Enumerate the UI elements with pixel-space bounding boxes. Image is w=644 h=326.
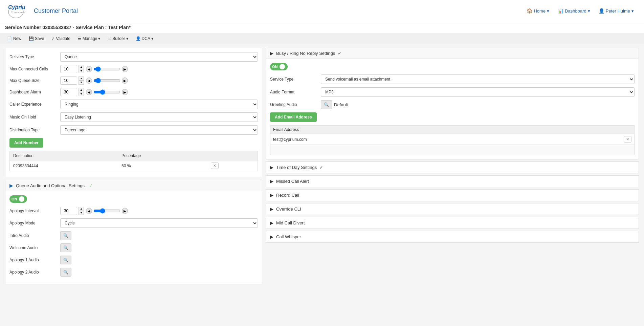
email-table-row: test@cyprium.com ✕ xyxy=(270,134,635,145)
max-queue-size-slider-left[interactable]: ◀ xyxy=(86,78,92,84)
intro-audio-control: 🔍 xyxy=(60,231,258,240)
intro-audio-search-button[interactable]: 🔍 xyxy=(60,231,71,240)
music-on-hold-select[interactable]: Easy Listening Custom None xyxy=(60,112,258,122)
validate-button[interactable]: ✓ Validate xyxy=(49,35,72,42)
greeting-audio-search-button[interactable]: 🔍 xyxy=(321,100,332,109)
email-table-container: Email Address test@cyprium.com ✕ xyxy=(270,125,635,155)
override-cli-title: Override CLI xyxy=(276,207,301,212)
home-nav-button[interactable]: 🏠 Home ▾ xyxy=(523,6,553,15)
welcome-audio-search-button[interactable]: 🔍 xyxy=(60,243,71,252)
apology-mode-select[interactable]: Cycle Once Repeat xyxy=(60,218,258,228)
distribution-type-select[interactable]: Percentage Round Robin Priority xyxy=(60,125,258,135)
apology-interval-control: ▲ ▼ ◀ ▶ xyxy=(60,207,258,215)
percentage-cell: 50 % xyxy=(118,160,207,171)
intro-audio-label: Intro Audio xyxy=(9,233,60,238)
max-connected-calls-slider[interactable] xyxy=(93,66,120,72)
apology-interval-slider-left[interactable]: ◀ xyxy=(86,208,92,214)
delivery-type-body: Delivery Type Queue Direct Hunt Max Conn… xyxy=(5,48,262,177)
apology-interval-down[interactable]: ▼ xyxy=(79,211,84,215)
queue-audio-section: ▶ Queue Audio and Optional Settings ✓ ON… xyxy=(5,180,262,284)
apology1-audio-search-button[interactable]: 🔍 xyxy=(60,256,71,264)
audio-format-select[interactable]: MP3 WAV xyxy=(321,87,635,97)
caller-experience-select[interactable]: Ringing Music Voicemail xyxy=(60,100,258,109)
dashboard-nav-button[interactable]: 📊 Dashboard ▾ xyxy=(554,6,594,15)
distribution-type-control: Percentage Round Robin Priority xyxy=(60,125,258,135)
greeting-audio-control: 🔍 Default xyxy=(321,100,635,109)
dashboard-alarm-input[interactable] xyxy=(60,88,77,96)
remove-destination-button[interactable]: ✕ xyxy=(211,162,219,169)
apology2-audio-search-button[interactable]: 🔍 xyxy=(60,268,71,277)
email-cell: test@cyprium.com xyxy=(270,134,621,145)
max-connected-calls-input[interactable] xyxy=(60,65,77,73)
manage-button[interactable]: ☰ Manage ▾ xyxy=(76,35,102,42)
apology2-audio-row: Apology 2 Audio 🔍 xyxy=(9,268,258,277)
override-cli-section[interactable]: ▶ Override CLI xyxy=(266,203,639,215)
service-type-select[interactable]: Send voicemail as email attachment Redir… xyxy=(321,74,635,84)
busy-ring-toggle-wrap: ON xyxy=(270,63,635,70)
caller-experience-label: Caller Experience xyxy=(9,102,60,107)
delivery-type-section: Delivery Type Queue Direct Hunt Max Conn… xyxy=(5,48,262,177)
max-queue-size-input-group: ▲ ▼ xyxy=(60,77,84,85)
validate-label: Validate xyxy=(56,36,70,41)
max-queue-size-slider[interactable] xyxy=(93,78,120,83)
left-panel: Delivery Type Queue Direct Hunt Max Conn… xyxy=(5,48,262,287)
service-type-row: Service Type Send voicemail as email att… xyxy=(270,74,635,84)
record-call-section[interactable]: ▶ Record Call xyxy=(266,189,639,201)
dashboard-alarm-slider-right[interactable]: ▶ xyxy=(122,89,128,95)
busy-ring-check-icon: ✓ xyxy=(338,51,341,56)
new-button[interactable]: 📄 New xyxy=(5,35,23,42)
max-queue-size-slider-right[interactable]: ▶ xyxy=(122,78,128,84)
builder-button[interactable]: ☐ Builder ▾ xyxy=(106,35,130,42)
max-queue-size-up[interactable]: ▲ xyxy=(79,77,84,81)
home-dropdown-icon: ▾ xyxy=(547,8,549,14)
manage-dropdown-icon: ▾ xyxy=(98,36,100,41)
apology-interval-up[interactable]: ▲ xyxy=(79,207,84,211)
busy-ring-chevron: ▶ xyxy=(270,51,273,56)
welcome-audio-control: 🔍 xyxy=(60,243,258,252)
mid-call-divert-section[interactable]: ▶ Mid Call Divert xyxy=(266,217,639,229)
mid-call-divert-title: Mid Call Divert xyxy=(276,220,305,225)
destination-table-container: Destination Pecentage 02093334444 50 % ✕ xyxy=(9,151,258,173)
apology1-audio-row: Apology 1 Audio 🔍 xyxy=(9,256,258,264)
queue-audio-body: ON Apology Interval ▲ ▼ xyxy=(5,191,262,284)
busy-ring-header[interactable]: ▶ Busy / Ring No Reply Settings ✓ xyxy=(266,48,639,59)
dashboard-alarm-slider[interactable] xyxy=(93,89,120,95)
queue-audio-header[interactable]: ▶ Queue Audio and Optional Settings ✓ xyxy=(5,180,262,191)
dca-icon: 👤 xyxy=(136,36,141,41)
apology-interval-slider-right[interactable]: ▶ xyxy=(122,208,128,214)
user-nav-button[interactable]: 👤 Peter Hulme ▾ xyxy=(595,6,637,15)
add-email-button[interactable]: Add Email Address xyxy=(270,112,317,122)
apology-interval-slider[interactable] xyxy=(93,208,120,214)
max-connected-calls-slider-right[interactable]: ▶ xyxy=(122,66,128,72)
remove-email-button[interactable]: ✕ xyxy=(624,136,631,143)
add-number-button[interactable]: Add Number xyxy=(9,138,43,148)
dca-button[interactable]: 👤 DCA ▾ xyxy=(134,35,155,42)
save-button[interactable]: 💾 Save xyxy=(27,35,46,42)
dashboard-alarm-control: ▲ ▼ ◀ ▶ xyxy=(60,88,258,96)
audio-format-label: Audio Format xyxy=(270,90,321,94)
max-connected-calls-up[interactable]: ▲ xyxy=(79,65,84,69)
home-icon: 🏠 xyxy=(527,8,532,14)
time-of-day-title: Time of Day Settings xyxy=(276,165,317,170)
max-connected-calls-down[interactable]: ▼ xyxy=(79,69,84,73)
dashboard-alarm-slider-group: ◀ ▶ xyxy=(86,89,128,95)
email-action-col-header xyxy=(621,126,635,134)
missed-call-alert-section[interactable]: ▶ Missed Call Alert xyxy=(266,175,639,187)
manage-icon: ☰ xyxy=(78,36,82,41)
max-connected-calls-slider-left[interactable]: ◀ xyxy=(86,66,92,72)
delivery-type-select[interactable]: Queue Direct Hunt xyxy=(60,52,258,62)
time-of-day-section[interactable]: ▶ Time of Day Settings ✓ xyxy=(266,161,639,173)
max-queue-size-input[interactable] xyxy=(60,77,77,85)
max-connected-calls-input-group: ▲ ▼ xyxy=(60,65,84,73)
dashboard-alarm-down[interactable]: ▼ xyxy=(79,92,84,96)
queue-audio-toggle-circle xyxy=(19,196,24,202)
dashboard-alarm-up[interactable]: ▲ xyxy=(79,88,84,92)
max-connected-calls-spinners: ▲ ▼ xyxy=(79,65,84,73)
destination-table: Destination Pecentage 02093334444 50 % ✕ xyxy=(9,151,258,171)
max-queue-size-down[interactable]: ▼ xyxy=(79,81,84,85)
call-whisper-section[interactable]: ▶ Call Whisper xyxy=(266,231,639,243)
apology-interval-input[interactable] xyxy=(60,207,77,215)
queue-audio-toggle[interactable]: ON xyxy=(9,195,27,203)
busy-ring-toggle[interactable]: ON xyxy=(270,63,288,70)
dashboard-alarm-slider-left[interactable]: ◀ xyxy=(86,89,92,95)
